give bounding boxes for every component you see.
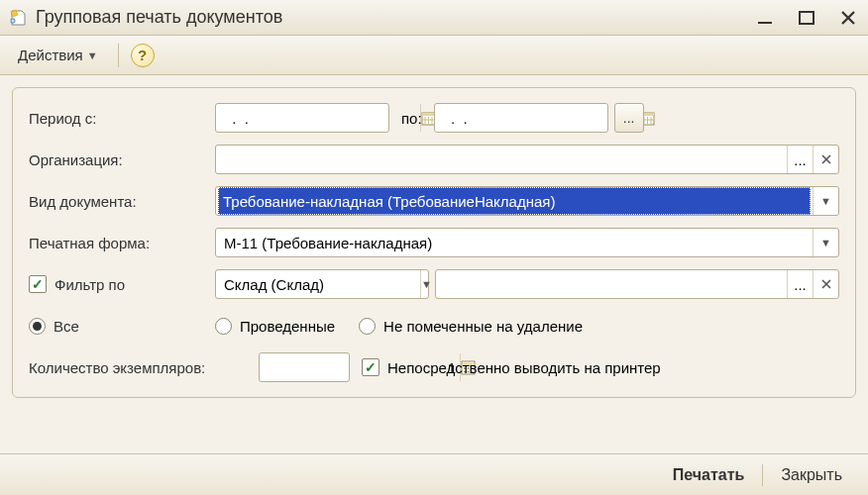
filter-by-text: Фильтр по [54, 276, 125, 293]
dropdown-button[interactable]: ▼ [420, 270, 432, 298]
chevron-down-icon: ▼ [820, 237, 831, 248]
dropdown-button[interactable]: ▼ [813, 229, 838, 256]
filter-by-checkbox[interactable] [29, 275, 47, 293]
form-area: Период с: по: ... [0, 75, 868, 453]
radio-all-input[interactable] [29, 318, 46, 335]
row-print-form: Печатная форма: ▼ [29, 227, 839, 258]
form-panel: Период с: по: ... [12, 87, 856, 398]
row-doc-type: Вид документа: Требование-накладная (Тре… [29, 185, 839, 217]
select-button[interactable]: ... [787, 270, 813, 298]
period-to-field[interactable] [434, 103, 608, 133]
footer-separator [762, 464, 763, 486]
direct-print-label: Непосредственно выводить на принтер [387, 359, 661, 376]
row-period: Период с: по: ... [29, 102, 839, 134]
app-icon [8, 8, 28, 28]
filter-field-select[interactable]: ▼ [215, 269, 429, 299]
chevron-down-icon: ▼ [421, 278, 432, 290]
doc-type-controls: Требование-накладная (ТребованиеНакладна… [215, 186, 839, 216]
help-icon: ? [138, 47, 147, 63]
minimize-button[interactable] [753, 6, 777, 30]
period-from-field[interactable] [215, 103, 389, 133]
copies-field[interactable] [259, 352, 350, 382]
print-form-input[interactable] [216, 229, 813, 256]
footer: Печатать Закрыть [0, 453, 868, 495]
toolbar: Действия ▼ ? [0, 36, 868, 75]
radio-rest: Проведенные Не помеченные на удаление [215, 318, 839, 335]
radio-posted[interactable]: Проведенные [215, 318, 335, 335]
copies-label: Количество экземпляров: [29, 359, 259, 376]
organization-controls: ... [215, 145, 839, 174]
filter-value-input[interactable] [436, 270, 787, 298]
print-form-controls: ▼ [215, 228, 839, 257]
organization-label: Организация: [29, 151, 215, 168]
dropdown-button[interactable]: ▼ [813, 187, 838, 215]
period-to-label: по: [401, 110, 422, 127]
radio-not-marked-input[interactable] [359, 318, 376, 335]
clear-button[interactable] [813, 146, 838, 173]
radio-all-wrapper: Все [29, 318, 215, 335]
filter-field-input[interactable] [216, 270, 420, 298]
row-radio-group: Все Проведенные Не помеченные на удалени… [29, 310, 839, 342]
organization-field[interactable]: ... [215, 145, 839, 174]
maximize-button[interactable] [795, 6, 818, 30]
row-copies: Количество экземпляров: Непосредственно … [29, 351, 839, 383]
row-organization: Организация: ... [29, 144, 839, 175]
actions-menu-button[interactable]: Действия ▼ [10, 43, 106, 67]
chevron-down-icon: ▼ [87, 50, 98, 61]
period-to-input[interactable] [435, 104, 639, 132]
doc-type-value: Требование-накладная (ТребованиеНакладна… [218, 187, 811, 215]
filter-by-label: Фильтр по [29, 275, 215, 293]
period-from-label: Период с: [29, 110, 215, 127]
print-form-label: Печатная форма: [29, 235, 215, 251]
radio-posted-label: Проведенные [240, 318, 335, 335]
actions-menu-label: Действия [18, 47, 83, 63]
radio-all[interactable]: Все [29, 318, 79, 335]
direct-print-checkbox[interactable] [362, 358, 380, 376]
print-form-field[interactable]: ▼ [215, 228, 839, 257]
clear-button[interactable] [813, 270, 838, 298]
window-title: Групповая печать документов [36, 7, 753, 28]
period-from-input[interactable] [216, 104, 420, 132]
titlebar: Групповая печать документов [0, 0, 868, 36]
organization-input[interactable] [216, 146, 787, 173]
period-controls: по: ... [215, 103, 839, 133]
window: Групповая печать документов Действия ▼ ?… [0, 0, 868, 495]
radio-all-label: Все [54, 318, 79, 335]
svg-rect-3 [800, 12, 814, 24]
radio-posted-input[interactable] [215, 318, 232, 335]
svg-rect-2 [758, 22, 772, 24]
toolbar-separator [118, 44, 119, 67]
close-button[interactable] [836, 6, 860, 30]
row-filter: Фильтр по ▼ ... [29, 268, 839, 300]
select-button[interactable]: ... [787, 146, 813, 173]
print-button[interactable]: Печатать [661, 460, 757, 490]
radio-not-marked-label: Не помеченные на удаление [383, 318, 583, 335]
filter-value-field[interactable]: ... [435, 269, 839, 299]
titlebar-buttons [753, 6, 860, 30]
chevron-down-icon: ▼ [820, 195, 831, 207]
filter-controls: ▼ ... [215, 269, 839, 299]
radio-not-marked[interactable]: Не помеченные на удаление [359, 318, 583, 335]
close-form-button[interactable]: Закрыть [769, 460, 854, 490]
doc-type-field[interactable]: Требование-накладная (ТребованиеНакладна… [215, 186, 839, 216]
doc-type-label: Вид документа: [29, 193, 215, 210]
period-picker-button[interactable]: ... [614, 103, 644, 133]
help-button[interactable]: ? [131, 44, 155, 67]
